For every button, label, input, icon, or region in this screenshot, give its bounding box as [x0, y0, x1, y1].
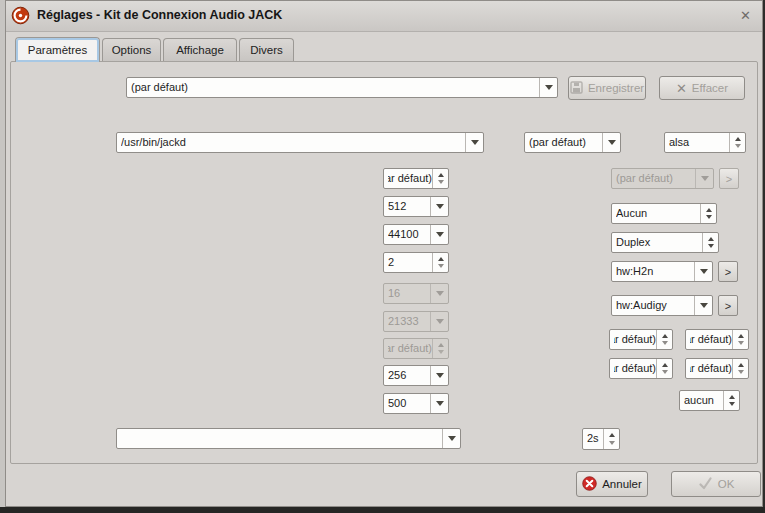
server-prefix-combo[interactable]: /usr/bin/jackd	[116, 132, 484, 153]
out-channels-spinbox[interactable]: (par défaut)	[685, 329, 749, 350]
spin-arrows-icon[interactable]	[729, 133, 745, 152]
cancel-icon	[582, 476, 597, 493]
interface-combo[interactable]: (par défaut)	[611, 168, 714, 189]
out-channels-value: (par défaut)	[690, 330, 732, 349]
output-device-browse-button[interactable]: >	[718, 295, 738, 316]
tab-options-label: Options	[112, 44, 152, 56]
combo-arrow-icon	[430, 312, 448, 331]
chan-value: (par défaut)	[388, 339, 432, 358]
periods-spinbox[interactable]: 2	[383, 252, 449, 273]
start-delay-spinbox[interactable]: 2s	[582, 428, 620, 450]
tab-divers-label: Divers	[250, 44, 283, 56]
timeout-combo[interactable]: 500	[383, 393, 449, 414]
chan-spinbox[interactable]: (par défaut)	[383, 338, 449, 359]
save-preset-button[interactable]: Enregistrer	[568, 76, 646, 100]
interface-value: (par défaut)	[616, 169, 695, 188]
spin-arrows-icon[interactable]	[432, 253, 448, 272]
delete-x-icon: ✕	[676, 81, 687, 96]
tab-parametres-label: Paramètres	[28, 44, 87, 56]
tab-divers[interactable]: Divers	[239, 38, 294, 61]
tab-affichage[interactable]: Affichage	[163, 38, 237, 61]
server-suffix-combo[interactable]	[116, 428, 461, 449]
wordlength-combo[interactable]: 16	[383, 283, 449, 304]
spin-arrows-icon[interactable]	[656, 330, 672, 349]
in-channels-value: (par défaut)	[614, 330, 656, 349]
spin-arrows-icon[interactable]	[702, 233, 718, 252]
cancel-button[interactable]: Annuler	[576, 471, 648, 497]
output-device-value: hw:Audigy	[616, 296, 694, 315]
spin-arrows-icon[interactable]	[603, 429, 619, 449]
combo-arrow-icon[interactable]	[430, 225, 448, 244]
preset-name-combo[interactable]: (par défaut)	[126, 77, 558, 98]
spin-arrows-icon[interactable]	[700, 204, 716, 223]
priority-value: (par défaut)	[388, 169, 432, 188]
tab-parametres[interactable]: Paramètres	[15, 37, 100, 62]
ok-label: OK	[718, 478, 735, 490]
ok-button[interactable]: OK	[671, 471, 761, 497]
wordlength-value: 16	[388, 284, 430, 303]
wait-value: 21333	[388, 312, 430, 331]
desktop-edge	[0, 507, 765, 513]
start-delay-value: 2s	[587, 429, 603, 449]
midi-driver-spinbox[interactable]: aucun	[679, 390, 740, 411]
frames-value: 512	[388, 197, 430, 216]
interface-browse-button[interactable]: >	[719, 168, 739, 189]
cancel-label: Annuler	[602, 478, 642, 490]
samplerate-combo[interactable]: 44100	[383, 224, 449, 245]
combo-arrow-icon[interactable]	[430, 366, 448, 385]
dither-value: Aucun	[616, 204, 700, 223]
tab-affichage-label: Affichage	[176, 44, 224, 56]
portmax-combo[interactable]: 256	[383, 365, 449, 386]
input-device-value: hw:H2n	[616, 262, 694, 281]
combo-arrow-icon[interactable]	[694, 262, 712, 281]
output-device-combo[interactable]: hw:Audigy	[611, 295, 713, 316]
driver-value: alsa	[669, 133, 729, 152]
in-channels-spinbox[interactable]: (par défaut)	[609, 329, 673, 350]
combo-arrow-icon[interactable]	[602, 133, 620, 152]
in-latency-spinbox[interactable]: (par défaut)	[609, 358, 673, 379]
portmax-value: 256	[388, 366, 430, 385]
priority-spinbox[interactable]: (par défaut)	[383, 168, 449, 189]
server-name-combo[interactable]: (par défaut)	[524, 132, 621, 153]
close-icon[interactable]: ✕	[740, 8, 751, 23]
spin-arrows-icon	[432, 339, 448, 358]
combo-arrow-icon	[695, 169, 713, 188]
preset-name-value: (par défaut)	[131, 78, 539, 97]
combo-arrow-icon[interactable]	[694, 296, 712, 315]
save-icon	[570, 81, 583, 96]
window-title: Réglages - Kit de Connexion Audio JACK	[37, 8, 282, 22]
out-latency-spinbox[interactable]: (par défaut)	[685, 358, 749, 379]
input-device-browse-button[interactable]: >	[718, 261, 738, 282]
driver-spinbox[interactable]: alsa	[664, 132, 746, 153]
samplerate-value: 44100	[388, 225, 430, 244]
spin-arrows-icon[interactable]	[432, 169, 448, 188]
spin-arrows-icon[interactable]	[656, 359, 672, 378]
combo-arrow-icon[interactable]	[430, 197, 448, 216]
qjackctl-app-icon	[11, 6, 30, 27]
delete-preset-button[interactable]: ✕ Effacer	[659, 76, 745, 100]
delete-preset-label: Effacer	[692, 82, 728, 94]
periods-value: 2	[388, 253, 432, 272]
dither-spinbox[interactable]: Aucun	[611, 203, 717, 224]
combo-arrow-icon	[430, 284, 448, 303]
spin-arrows-icon[interactable]	[732, 359, 748, 378]
spin-arrows-icon[interactable]	[723, 391, 739, 410]
combo-arrow-icon[interactable]	[442, 429, 460, 448]
spin-arrows-icon[interactable]	[732, 330, 748, 349]
combo-arrow-icon[interactable]	[465, 133, 483, 152]
server-name-value: (par défaut)	[529, 133, 602, 152]
ok-check-icon	[698, 477, 713, 492]
tab-options[interactable]: Options	[102, 38, 161, 61]
combo-arrow-icon[interactable]	[430, 394, 448, 413]
server-prefix-value: /usr/bin/jackd	[121, 133, 465, 152]
settings-dialog: Réglages - Kit de Connexion Audio JACK ✕…	[5, 0, 763, 507]
wait-combo[interactable]: 21333	[383, 311, 449, 332]
audio-mode-spinbox[interactable]: Duplex	[611, 232, 719, 253]
save-preset-label: Enregistrer	[588, 82, 644, 94]
input-device-combo[interactable]: hw:H2n	[611, 261, 713, 282]
frames-combo[interactable]: 512	[383, 196, 449, 217]
timeout-value: 500	[388, 394, 430, 413]
titlebar[interactable]: Réglages - Kit de Connexion Audio JACK ✕	[6, 1, 762, 32]
combo-arrow-icon[interactable]	[539, 78, 557, 97]
midi-driver-value: aucun	[684, 391, 723, 410]
